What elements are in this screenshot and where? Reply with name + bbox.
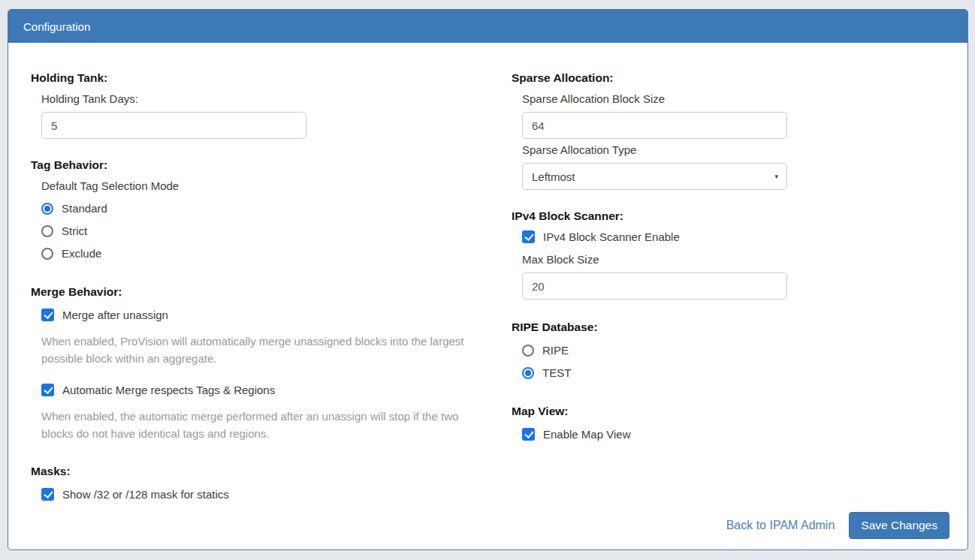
radio-button-icon bbox=[41, 225, 53, 237]
tag-selection-mode-label: Default Tag Selection Mode bbox=[41, 179, 512, 192]
radio-button-icon bbox=[41, 248, 53, 260]
merge-after-unassign-label: Merge after unassign bbox=[62, 309, 168, 321]
holding-tank-heading: Holding Tank: bbox=[31, 71, 512, 85]
merge-behavior-heading: Merge Behavior: bbox=[31, 285, 512, 299]
back-to-ipam-admin-link[interactable]: Back to IPAM Admin bbox=[726, 519, 835, 532]
radio-standard[interactable]: Standard bbox=[41, 202, 512, 215]
radio-button-icon bbox=[41, 203, 53, 215]
checkbox-ipv4-scanner-enable[interactable]: IPv4 Block Scanner Enable bbox=[522, 230, 952, 243]
sparse-block-size-label: Sparse Allocation Block Size bbox=[522, 92, 952, 105]
checkbox-merge-respects-tags[interactable]: Automatic Merge respects Tags & Regions bbox=[41, 384, 512, 396]
show-mask-label: Show /32 or /128 mask for statics bbox=[62, 488, 229, 501]
checkbox-show-mask[interactable]: Show /32 or /128 mask for statics bbox=[41, 488, 512, 501]
merge-respects-tags-label: Automatic Merge respects Tags & Regions bbox=[62, 384, 275, 396]
checkbox-checked-icon bbox=[522, 230, 535, 243]
right-column: Sparse Allocation: Sparse Allocation Blo… bbox=[512, 58, 952, 506]
sparse-type-select[interactable]: Leftmost ▾ bbox=[522, 163, 787, 190]
tag-behavior-heading: Tag Behavior: bbox=[31, 158, 512, 172]
configuration-panel: Configuration Holding Tank: Holding Tank… bbox=[8, 9, 968, 550]
checkbox-checked-icon bbox=[41, 309, 54, 321]
sparse-block-size-input[interactable] bbox=[522, 112, 787, 139]
max-block-size-input[interactable] bbox=[522, 272, 787, 300]
radio-button-icon bbox=[522, 345, 534, 357]
panel-footer: Back to IPAM Admin Save Changes bbox=[8, 506, 967, 549]
panel-body: Holding Tank: Holding Tank Days: Tag Beh… bbox=[8, 43, 967, 506]
holding-tank-days-label: Holding Tank Days: bbox=[41, 92, 512, 105]
sparse-type-selected-value: Leftmost bbox=[532, 170, 575, 183]
radio-ripe-label: RIPE bbox=[542, 344, 569, 357]
ripe-database-heading: RIPE Database: bbox=[512, 321, 952, 334]
enable-map-view-label: Enable Map View bbox=[543, 428, 630, 441]
radio-test[interactable]: TEST bbox=[522, 366, 952, 379]
ipv4-scanner-heading: IPv4 Block Scanner: bbox=[512, 209, 952, 223]
checkbox-enable-map-view[interactable]: Enable Map View bbox=[522, 428, 952, 441]
left-column: Holding Tank: Holding Tank Days: Tag Beh… bbox=[23, 58, 512, 506]
masks-heading: Masks: bbox=[31, 465, 512, 478]
radio-strict-label: Strict bbox=[62, 224, 87, 237]
map-view-heading: Map View: bbox=[512, 405, 952, 418]
panel-title: Configuration bbox=[23, 20, 90, 33]
radio-strict[interactable]: Strict bbox=[41, 224, 512, 237]
panel-header: Configuration bbox=[8, 10, 967, 43]
sparse-type-label: Sparse Allocation Type bbox=[522, 143, 952, 156]
radio-standard-label: Standard bbox=[62, 202, 107, 215]
checkbox-merge-after-unassign[interactable]: Merge after unassign bbox=[41, 309, 512, 321]
checkbox-checked-icon bbox=[522, 428, 535, 441]
radio-exclude-label: Exclude bbox=[62, 247, 101, 260]
chevron-down-icon: ▾ bbox=[774, 173, 778, 180]
radio-button-icon bbox=[522, 367, 534, 379]
radio-test-label: TEST bbox=[542, 366, 571, 379]
radio-exclude[interactable]: Exclude bbox=[41, 247, 512, 260]
holding-tank-days-input[interactable] bbox=[41, 112, 306, 139]
merge-after-unassign-help: When enabled, ProVision will automatical… bbox=[41, 333, 481, 368]
max-block-size-label: Max Block Size bbox=[522, 253, 952, 266]
sparse-allocation-heading: Sparse Allocation: bbox=[512, 71, 952, 85]
merge-respects-tags-help: When enabled, the automatic merge perfor… bbox=[41, 408, 481, 443]
checkbox-checked-icon bbox=[41, 488, 54, 501]
ipv4-scanner-enable-label: IPv4 Block Scanner Enable bbox=[543, 230, 680, 243]
checkbox-checked-icon bbox=[41, 384, 54, 396]
radio-ripe[interactable]: RIPE bbox=[522, 344, 952, 357]
save-changes-button[interactable]: Save Changes bbox=[849, 512, 949, 539]
